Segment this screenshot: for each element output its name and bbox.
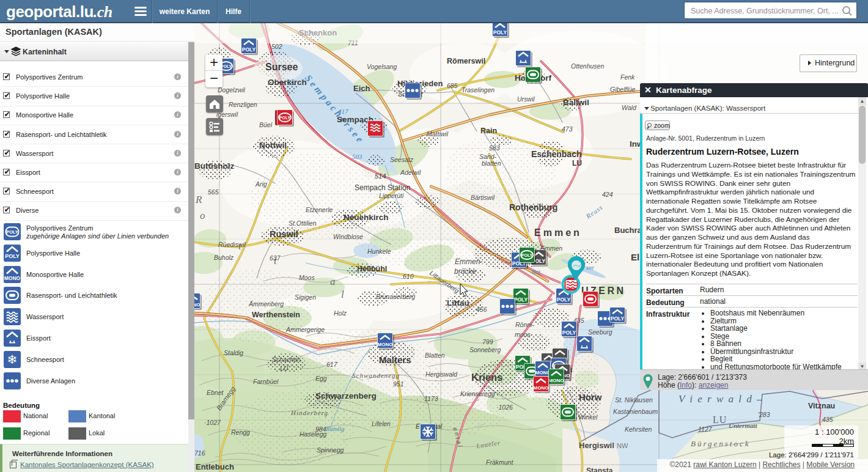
svg-text:Emmen-: Emmen-	[455, 257, 482, 266]
svg-text:424: 424	[602, 191, 613, 198]
svg-text:POLY: POLY	[5, 253, 20, 259]
svg-text:Werthenstein: Werthenstein	[252, 311, 300, 319]
svg-text:617: 617	[326, 361, 338, 368]
svg-text:Spinnegg: Spinnegg	[317, 446, 344, 454]
svg-text:685: 685	[447, 82, 458, 89]
svg-text:Mattiwil: Mattiwil	[427, 130, 449, 138]
svg-text:565: 565	[208, 188, 219, 196]
svg-text:637: 637	[270, 254, 281, 262]
svg-text:o: o	[200, 210, 205, 221]
svg-text:Ämmenberg: Ämmenberg	[248, 300, 284, 308]
svg-text:Entlebuch: Entlebuch	[196, 462, 234, 471]
svg-text:a: a	[330, 276, 336, 287]
svg-text:POLY: POLY	[521, 253, 533, 257]
svg-text:POLY: POLY	[557, 297, 571, 303]
svg-text:Rüediswil: Rüediswil	[218, 241, 246, 248]
svg-text:Fenk: Fenk	[620, 73, 635, 81]
svg-text:R: R	[195, 194, 202, 205]
svg-text:Ruswil: Ruswil	[270, 229, 298, 239]
svg-text:Lifelen: Lifelen	[372, 420, 391, 427]
svg-text:POLY: POLY	[611, 315, 625, 322]
svg-text:Büel: Büel	[259, 121, 273, 128]
svg-text:·1027: ·1027	[204, 419, 221, 426]
svg-text:l: l	[341, 289, 344, 300]
svg-text:Krienseregg: Krienseregg	[460, 390, 495, 397]
svg-text:Eschenbach: Eschenbach	[531, 149, 581, 159]
svg-text:POLY: POLY	[242, 46, 256, 53]
svg-text:Schachen: Schachen	[272, 356, 301, 363]
svg-text:moos: moos	[515, 331, 531, 338]
svg-text:Rot: Rot	[531, 268, 540, 275]
svg-text:417: 417	[338, 108, 348, 115]
svg-text:Farnbüel: Farnbüel	[253, 378, 279, 385]
svg-text:Neuenkirch: Neuenkirch	[344, 213, 389, 222]
svg-text:Hinderberg: Hinderberg	[290, 409, 328, 416]
svg-text:Stansta: Stansta	[586, 466, 613, 472]
svg-text:MONO: MONO	[534, 385, 549, 391]
svg-text:LU: LU	[572, 159, 582, 168]
svg-text:Sempach Station: Sempach Station	[355, 183, 410, 192]
svg-text:MONO: MONO	[535, 370, 551, 375]
svg-text:456: 456	[476, 306, 487, 313]
svg-text:Brunauerberg: Brunauerberg	[376, 293, 415, 300]
svg-text:Ebnet: Ebnet	[207, 389, 224, 396]
svg-text:Moos: Moos	[299, 274, 315, 281]
svg-text:MONO: MONO	[4, 275, 21, 281]
svg-text:Kastanienbaum: Kastanienbaum	[613, 408, 658, 415]
svg-text:POLY: POLY	[279, 116, 291, 120]
svg-text:Eich: Eich	[353, 84, 370, 93]
svg-text:POLY: POLY	[562, 330, 576, 336]
svg-text:984: 984	[315, 426, 326, 433]
svg-text:Adelwil: Adelwil	[400, 169, 421, 176]
svg-text:POLY: POLY	[6, 229, 18, 235]
svg-text:Bärtiswil: Bärtiswil	[471, 194, 495, 201]
svg-text:Blatten: Blatten	[425, 352, 445, 359]
svg-text:Etzenerle: Etzenerle	[306, 206, 333, 213]
svg-text:Ballwil: Ballwil	[563, 98, 589, 107]
svg-text:514: 514	[375, 172, 386, 180]
svg-text:Holz: Holz	[334, 309, 347, 317]
svg-text:Littau: Littau	[447, 298, 469, 308]
svg-text:Lipperüti: Lipperüti	[379, 192, 404, 199]
svg-text:Renzligen: Renzligen	[229, 101, 257, 108]
svg-text:Sigigen: Sigigen	[295, 293, 316, 301]
svg-text:Buholz: Buholz	[214, 254, 234, 261]
svg-text:Hergiswald: Hergiswald	[425, 371, 458, 378]
svg-text:Schwarzenberg: Schwarzenberg	[315, 391, 377, 400]
svg-text:blatten: blatten	[482, 160, 501, 167]
svg-text:502: 502	[271, 43, 282, 50]
svg-text:1173: 1173	[424, 395, 438, 402]
svg-text:Bürgenstock: Bürgenstock	[691, 439, 751, 448]
svg-text:Hergiswil: Hergiswil	[579, 441, 614, 450]
svg-text:Hellbühl: Hellbühl	[357, 265, 387, 273]
svg-text:610: 610	[403, 273, 414, 280]
svg-text:473: 473	[562, 125, 573, 133]
svg-text:503: 503	[352, 153, 362, 160]
svg-text:Untermatt: Untermatt	[729, 422, 757, 429]
svg-text:POLY: POLY	[493, 29, 507, 35]
svg-text:Vitznau: Vitznau	[808, 402, 835, 410]
svg-text:Fräkmunt: Fräkmunt	[486, 459, 513, 466]
svg-text:Windblose: Windblose	[333, 233, 363, 240]
svg-text:Buchra: Buchra	[614, 226, 642, 235]
svg-text:Nottwil: Nottwil	[259, 141, 287, 150]
svg-text:Hunkele: Hunkele	[367, 248, 391, 255]
svg-text:'283: '283	[758, 411, 770, 418]
svg-text:1127: 1127	[698, 426, 713, 433]
svg-text:Horw: Horw	[579, 392, 602, 402]
svg-text:Egg: Egg	[315, 375, 327, 382]
svg-text:❄: ❄	[7, 353, 18, 366]
svg-text:799: 799	[482, 338, 493, 345]
svg-text:NW: NW	[617, 442, 628, 449]
svg-text:El: El	[631, 252, 639, 262]
svg-text:Römerswil: Römerswil	[447, 57, 485, 65]
svg-text:·1026: ·1026	[496, 404, 513, 411]
svg-text:Rain: Rain	[480, 127, 497, 135]
svg-text:LU: LU	[280, 364, 289, 372]
svg-text:435: 435	[822, 416, 833, 423]
svg-text:Malters: Malters	[379, 355, 411, 365]
svg-text:Emmen: Emmen	[534, 227, 582, 238]
svg-text:Rümlig: Rümlig	[325, 426, 344, 432]
svg-text:Kehrsiten: Kehrsiten	[625, 426, 652, 433]
svg-text:see: see	[586, 264, 594, 271]
